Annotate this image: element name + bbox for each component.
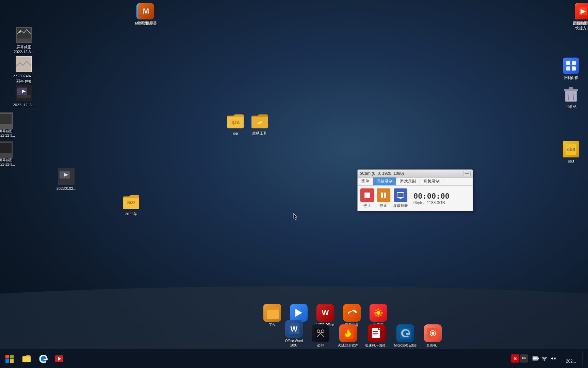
svg-point-70 — [375, 315, 377, 316]
svg-rect-81 — [373, 333, 378, 334]
dock-gongzuo[interactable]: 工作 — [260, 304, 284, 327]
ocam-close-button[interactable]: — — [463, 171, 471, 176]
tray-battery-icon[interactable] — [532, 355, 539, 362]
icon-video2022[interactable]: 2022_12_3... — [10, 83, 37, 109]
ocam-stop-label: 停止 — [363, 203, 371, 208]
ouji-label: 奥吉视... — [426, 343, 439, 348]
icon-screenshot3[interactable]: 屏幕截图2022-12-3... — [0, 141, 15, 167]
svg-point-63 — [377, 308, 379, 310]
svg-text:▶: ▶ — [581, 7, 586, 15]
screenshot3-label: 屏幕截图2022-12-3... — [0, 158, 15, 167]
icon-screenshot2[interactable]: 屏幕截图2022-12-3... — [0, 112, 15, 138]
svg-text:PDF: PDF — [381, 335, 383, 338]
icon-recycle-bin[interactable]: 回收站 — [557, 85, 585, 110]
ocam-menu-item-audio[interactable]: 音频录制 — [420, 178, 443, 185]
ocam-titlebar: oCam (0, 0, 1920, 1080) — — [358, 170, 473, 178]
gongzuo-label: 工作 — [269, 323, 276, 327]
ocam-size-display: 0bytes / 133.3GB — [413, 200, 470, 205]
recycle-bin-icon-img — [563, 87, 579, 103]
sb3-icon-img: sb3 — [563, 141, 579, 157]
svg-rect-46 — [572, 66, 576, 71]
taskbar-media-icon — [54, 353, 65, 364]
tray-volume-icon[interactable] — [550, 355, 557, 362]
tray-network-icon[interactable] — [541, 355, 548, 362]
show-desktop-button[interactable] — [583, 351, 585, 366]
svg-rect-36 — [0, 143, 12, 153]
sb3-label: sb3 — [568, 159, 574, 164]
ocam-menu-item-game[interactable]: 游戏录制 — [396, 178, 420, 185]
svg-rect-60 — [399, 198, 402, 199]
ocam-stop-button[interactable]: 停止 — [360, 188, 374, 208]
icon-sb3[interactable]: sb3 sb3 — [557, 140, 585, 165]
control-panel-label: 控制面板 — [564, 75, 578, 80]
jipdf-icon-img: PDF — [368, 324, 386, 342]
taskbar-file-explorer[interactable] — [19, 351, 34, 366]
taskbar: S 中 ... 202... — [0, 349, 588, 368]
bottom-dock-row2: W Office Word2007 必剪 火绒安全软件 PDF 极速PDF阅读.… — [282, 320, 445, 348]
icon-ac230740[interactable]: ac230740-...副本.png — [10, 55, 37, 85]
svg-text:ipa: ipa — [231, 119, 240, 125]
gongzuo-icon-img — [263, 304, 281, 322]
aliyun-icon-img — [343, 304, 361, 322]
ocam-pause-button[interactable]: 停止 — [377, 188, 390, 208]
svg-point-87 — [431, 332, 434, 335]
icon-2022folder[interactable]: 2022 2022年 — [117, 193, 145, 218]
mumu-sim-label: MuMu模拟器 — [135, 21, 157, 26]
dock-ouji[interactable]: 奥吉视... — [421, 324, 445, 348]
xigua-label: 西瓜 — [579, 21, 587, 26]
tray-icons — [529, 355, 559, 362]
svg-point-65 — [374, 312, 376, 314]
taskbar-start-button[interactable] — [3, 352, 16, 366]
icon-control-panel[interactable]: 控制面板 — [557, 56, 585, 81]
top-icon-row: 钉钉 微信 腾讯会议 腾讯QQ M MuM — [129, 0, 160, 29]
ocam-menu-item-screen[interactable]: 屏幕录制 — [373, 178, 396, 185]
screenshot2-label: 屏幕截图2022-12-3... — [0, 129, 15, 138]
ocam-title: oCam (0, 0, 1920, 1080) — [360, 171, 404, 176]
bijian-label: 必剪 — [317, 343, 324, 348]
svg-rect-34 — [0, 114, 12, 124]
taskbar-apps — [16, 351, 69, 366]
dock-bijian[interactable]: 必剪 — [308, 324, 333, 348]
xunjian-icon-img — [290, 304, 308, 322]
svg-marker-61 — [295, 309, 302, 317]
dock-microsoftedge[interactable]: Microsoft Edge — [392, 324, 419, 348]
taskbar-browser[interactable] — [35, 351, 50, 366]
ocam-menu-item-menu[interactable]: 菜单 — [358, 178, 373, 185]
taskbar-browser-icon — [37, 353, 48, 364]
ocam-screen-capture-button[interactable]: 屏幕捕获 — [393, 188, 408, 208]
dock-officeword[interactable]: W Office Word2007 — [282, 320, 306, 348]
taskbar-clock[interactable]: ... 202... — [561, 353, 581, 364]
svg-text:W: W — [291, 325, 298, 333]
svg-rect-57 — [384, 193, 386, 198]
tray-ime[interactable]: S 中 — [511, 354, 528, 363]
2022folder-icon-img: 2022 — [123, 194, 139, 210]
icon-screenshot1[interactable]: 屏幕截图2022-12-3... — [10, 26, 37, 56]
mumu-sim-icon-img: M — [138, 3, 154, 19]
icon-video20230102[interactable]: 20230102... — [53, 167, 80, 192]
jailbreak-icon-img: 📂 — [251, 113, 268, 129]
video2022-label: 2022_12_3... — [13, 103, 35, 107]
ocam-screen-label: 屏幕捕获 — [393, 203, 408, 208]
icon-jailbreak[interactable]: 📂 越狱工具 — [244, 112, 275, 137]
svg-rect-49 — [569, 87, 573, 89]
svg-rect-43 — [566, 61, 570, 65]
microsoftedge-label: Microsoft Edge — [394, 343, 417, 348]
ocam-window: oCam (0, 0, 1920, 1080) — 菜单 屏幕录制 游戏录制 音… — [357, 169, 473, 211]
video2022-icon-img — [16, 85, 32, 101]
icon-xigua[interactable]: ▶ 西瓜 — [569, 2, 588, 27]
svg-text:2022: 2022 — [127, 201, 135, 205]
officeword-label: Office Word2007 — [285, 339, 303, 348]
video20230102-label: 20230102... — [56, 186, 76, 191]
huoxian-icon-img — [339, 324, 357, 342]
dock-jipdf[interactable]: PDF 极速PDF阅读... — [363, 324, 390, 348]
svg-rect-88 — [5, 355, 9, 358]
dock-huoxian[interactable]: 火绒安全软件 — [335, 324, 361, 348]
svg-point-62 — [376, 311, 380, 315]
icon-mumu-sim[interactable]: M MuMu模拟器 — [131, 2, 161, 27]
ocam-pause-icon — [377, 188, 390, 202]
svg-rect-82 — [373, 335, 376, 335]
ipa-icon-img: ipa — [227, 113, 244, 129]
taskbar-media[interactable] — [52, 351, 67, 366]
svg-rect-80 — [373, 331, 378, 332]
svg-rect-91 — [10, 359, 14, 363]
